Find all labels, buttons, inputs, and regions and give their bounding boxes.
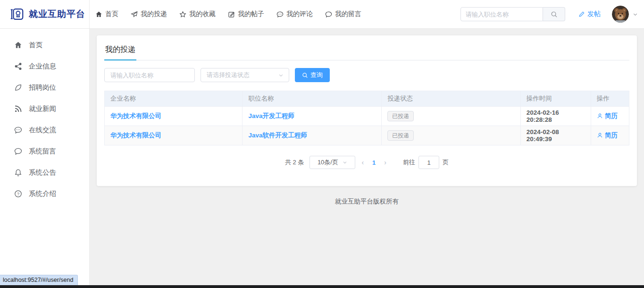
filter-bar: 请选择投递状态 查询 [104, 68, 629, 82]
sidebar-label: 就业新闻 [29, 104, 56, 113]
top-header: 就业互助平台 首页 我的投递 我的收藏 我的帖子 [0, 0, 644, 29]
goto-page: 前往 页 [403, 156, 449, 169]
page-number-1[interactable]: 1 [370, 159, 378, 166]
col-time: 操作时间 [520, 91, 591, 107]
status-badge: 已投递 [387, 111, 414, 121]
star-icon [179, 11, 186, 18]
sidebar-item-companies[interactable]: 企业信息 [0, 56, 89, 77]
chevron-down-icon [632, 11, 638, 17]
topnav-item-my-submissions[interactable]: 我的投递 [131, 10, 167, 18]
paper-plane-icon [131, 11, 138, 18]
page-title: 我的投递 [104, 42, 136, 60]
page-size-value: 10条/页 [318, 158, 338, 167]
next-page-button[interactable]: › [378, 159, 393, 166]
pagination: 共 2 条 10条/页 ‹ 1 › 前往 页 [104, 156, 629, 169]
company-link[interactable]: 华为技术有限公司 [110, 132, 161, 139]
page-unit-label: 页 [443, 158, 449, 167]
job-link[interactable]: Java软件开发工程师 [248, 132, 307, 139]
sidebar-label: 系统介绍 [29, 189, 56, 198]
avatar[interactable] [612, 6, 629, 23]
pagination-total: 共 2 条 [285, 158, 304, 167]
rss-icon [14, 105, 22, 113]
app-logo[interactable]: 就业互助平台 [0, 0, 90, 28]
topnav-item-home[interactable]: 首页 [95, 10, 118, 18]
main-content: 我的投递 请选择投递状态 查询 企业名称 职位名称 [90, 29, 644, 285]
resume-link[interactable]: 简历 [597, 112, 618, 120]
chevron-down-icon [342, 160, 348, 165]
home-icon [95, 11, 102, 18]
sidebar-item-home[interactable]: 首页 [0, 34, 89, 56]
header-right-tools: 发帖 [460, 6, 644, 23]
topnav-label: 我的收藏 [189, 10, 216, 18]
sidebar-item-news[interactable]: 就业新闻 [0, 98, 89, 119]
sidebar-label: 系统留言 [29, 147, 56, 156]
edit-icon [228, 11, 235, 18]
topnav-item-my-favorites[interactable]: 我的收藏 [179, 10, 216, 18]
topnav-item-my-posts[interactable]: 我的帖子 [228, 10, 264, 18]
topnav-label: 首页 [105, 10, 118, 18]
bell-icon [14, 169, 22, 177]
query-button[interactable]: 查询 [295, 68, 330, 82]
user-icon [597, 132, 603, 138]
topnav-item-my-comments[interactable]: 我的评论 [276, 10, 313, 18]
submissions-card: 我的投递 请选择投递状态 查询 企业名称 职位名称 [97, 35, 637, 186]
sidebar-item-messages[interactable]: 系统留言 [0, 141, 89, 162]
submissions-table: 企业名称 职位名称 投递状态 操作时间 操作 华为技术有限公司 Java开发工程… [104, 91, 629, 145]
search-icon [302, 72, 308, 78]
col-status: 投递状态 [382, 91, 521, 107]
table-header-row: 企业名称 职位名称 投递状态 操作时间 操作 [105, 91, 629, 107]
sidebar-item-jobs[interactable]: 招聘岗位 [0, 77, 89, 98]
topnav-item-my-messages[interactable]: 我的留言 [325, 10, 361, 18]
comment-dots-icon [14, 126, 22, 134]
topnav-label: 我的评论 [286, 10, 313, 18]
sidebar: 首页 企业信息 招聘岗位 就业新闻 在线交流 系统留言 系统公告 [0, 29, 90, 285]
chevron-down-icon [278, 72, 284, 78]
sidebar-item-announcements[interactable]: 系统公告 [0, 162, 89, 183]
query-label: 查询 [310, 71, 323, 79]
prev-page-button[interactable]: ‹ [355, 159, 370, 166]
col-company: 企业名称 [105, 91, 243, 107]
resume-label: 简历 [605, 131, 618, 140]
home-icon [14, 41, 22, 49]
topnav-label: 我的帖子 [238, 10, 264, 18]
select-placeholder: 请选择投递状态 [207, 71, 250, 79]
user-menu[interactable] [612, 6, 638, 23]
resume-label: 简历 [605, 112, 618, 120]
pencil-icon [578, 11, 585, 17]
status-filter-select[interactable]: 请选择投递状态 [201, 68, 289, 82]
svg-text:?: ? [17, 192, 19, 196]
table-row: 华为技术有限公司 Java开发工程师 已投递 2024-02-16 20:28:… [105, 107, 629, 126]
col-job: 职位名称 [243, 91, 382, 107]
card-title-row: 我的投递 [104, 42, 629, 60]
search-input[interactable] [460, 7, 543, 21]
job-link[interactable]: Java开发工程师 [248, 112, 294, 119]
operation-time: 2024-02-16 20:28:28 [527, 109, 559, 123]
search-icon [551, 11, 558, 18]
job-name-filter-input[interactable] [104, 68, 195, 82]
status-badge: 已投递 [387, 130, 414, 141]
page-size-select[interactable]: 10条/页 [309, 156, 355, 169]
post-label: 发帖 [587, 10, 601, 18]
sidebar-item-chat[interactable]: 在线交流 [0, 119, 89, 141]
topnav-label: 我的留言 [335, 10, 361, 18]
col-action: 操作 [591, 91, 629, 107]
leaf-icon [14, 84, 22, 92]
create-post-button[interactable]: 发帖 [578, 10, 601, 18]
taskbar-edge [0, 285, 644, 288]
sidebar-label: 首页 [29, 41, 42, 50]
search-button[interactable] [543, 7, 565, 21]
sidebar-item-about[interactable]: ? 系统介绍 [0, 183, 89, 204]
comment-icon [14, 147, 22, 155]
goto-label: 前往 [403, 158, 415, 167]
sidebar-label: 系统公告 [29, 168, 56, 177]
resume-link[interactable]: 简历 [597, 131, 618, 140]
comment-dots-icon [276, 11, 284, 18]
goto-page-input[interactable] [418, 156, 439, 169]
operation-time: 2024-02-08 20:49:39 [527, 128, 559, 143]
notebook-bulb-logo-icon [9, 7, 25, 22]
company-link[interactable]: 华为技术有限公司 [110, 112, 161, 119]
topnav-label: 我的投递 [141, 10, 167, 18]
comment-icon [325, 11, 332, 18]
sidebar-label: 企业信息 [29, 62, 56, 71]
share-nodes-icon [14, 62, 22, 70]
